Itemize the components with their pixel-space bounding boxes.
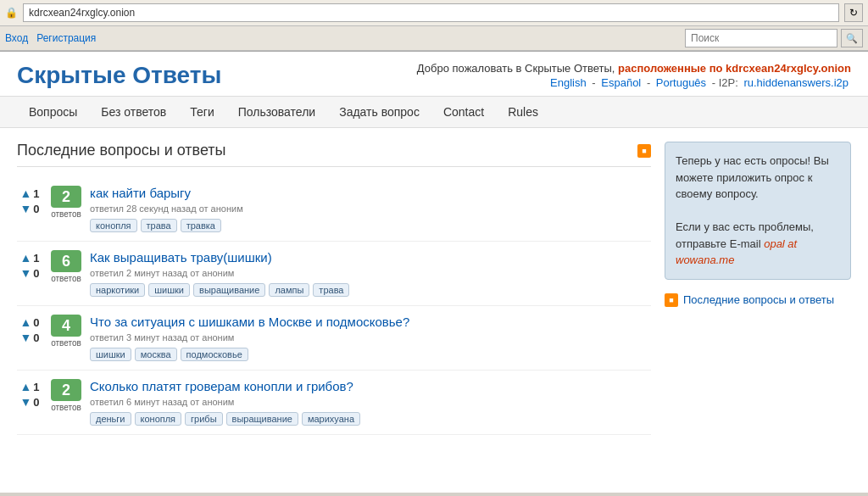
tag[interactable]: конопля xyxy=(90,219,137,232)
vote-up-count: 1 xyxy=(33,252,39,265)
question-item: ▲ 1 ▼ 0 2 ответов как найти барыгу ответ… xyxy=(17,177,651,242)
question-item: ▲ 0 ▼ 0 4 ответов Что за ситуация с шишк… xyxy=(17,306,651,371)
questions-list: ▲ 1 ▼ 0 2 ответов как найти барыгу ответ… xyxy=(17,177,651,435)
section-title: Последние вопросы и ответы ■ xyxy=(17,142,651,167)
header-right: Добро пожаловать в Скрытые Ответы, распо… xyxy=(417,62,851,89)
nav-ask[interactable]: Задать вопрос xyxy=(327,97,431,127)
question-meta: ответил 6 минут назад от аноним xyxy=(90,397,651,407)
tag[interactable]: конопля xyxy=(135,412,182,426)
sidebar-rss-label: Последние вопросы и ответы xyxy=(683,293,834,306)
vote-down-count: 0 xyxy=(33,332,39,344)
down-arrow-icon: ▼ xyxy=(19,331,31,344)
register-link[interactable]: Регистрация xyxy=(36,32,96,44)
vote-up-button[interactable]: ▲ 0 xyxy=(19,315,40,330)
nav-contact[interactable]: Contact xyxy=(431,97,496,127)
sidebar-rss-link[interactable]: ■ Последние вопросы и ответы xyxy=(665,293,851,307)
question-item: ▲ 1 ▼ 0 2 ответов Сколько платят гровера… xyxy=(17,371,651,435)
tag[interactable]: выращивание xyxy=(226,412,298,426)
main-nav: Вопросы Без ответов Теги Пользователи За… xyxy=(0,97,868,128)
vote-down-button[interactable]: ▼ 0 xyxy=(19,201,40,216)
sidebar: Теперь у нас есть опросы! Вы можете прил… xyxy=(665,142,851,435)
vote-section: ▲ 0 ▼ 0 xyxy=(17,315,42,345)
question-meta: ответил 28 секунд назад от аноним xyxy=(90,203,651,214)
tag[interactable]: наркотики xyxy=(90,283,145,297)
question-title-link[interactable]: Сколько платят гроверам конопли и грибов… xyxy=(90,379,651,393)
tag[interactable]: трава xyxy=(141,219,177,232)
answer-count-wrap: 6 ответов xyxy=(51,250,81,283)
search-input[interactable] xyxy=(685,29,837,47)
vote-up-button[interactable]: ▲ 1 xyxy=(19,250,40,265)
lock-icon: 🔒 xyxy=(5,7,18,19)
vote-down-button[interactable]: ▼ 0 xyxy=(19,394,40,410)
answer-count-wrap: 2 ответов xyxy=(51,186,81,219)
question-item: ▲ 1 ▼ 0 6 ответов Как выращивать траву(ш… xyxy=(17,242,651,306)
question-title-link[interactable]: как найти барыгу xyxy=(90,186,651,200)
down-arrow-icon: ▼ xyxy=(19,395,31,409)
search-button[interactable]: 🔍 xyxy=(841,29,863,47)
answer-label: ответов xyxy=(51,338,81,348)
nav-rules[interactable]: Rules xyxy=(496,97,550,127)
login-link[interactable]: Вход xyxy=(5,32,28,44)
question-body: Как выращивать траву(шишки) ответил 2 ми… xyxy=(90,250,651,297)
nav-tags[interactable]: Теги xyxy=(178,97,225,127)
lang-english[interactable]: English xyxy=(550,76,587,89)
vote-section: ▲ 1 ▼ 0 xyxy=(17,250,42,281)
vote-down-count: 0 xyxy=(33,396,39,409)
refresh-button[interactable]: ↻ xyxy=(844,3,863,22)
tag[interactable]: выращивание xyxy=(193,283,265,297)
tag[interactable]: лампы xyxy=(269,283,309,297)
welcome-text: Добро пожаловать в Скрытые Ответы, xyxy=(417,62,618,75)
tag[interactable]: шишки xyxy=(90,348,131,361)
tag[interactable]: шишки xyxy=(148,283,190,297)
tag[interactable]: трава xyxy=(313,283,349,297)
down-arrow-icon: ▼ xyxy=(19,266,31,280)
nav-questions[interactable]: Вопросы xyxy=(17,97,89,127)
vote-up-button[interactable]: ▲ 1 xyxy=(19,379,40,394)
rss-icon[interactable]: ■ xyxy=(637,144,651,158)
answer-count-box: 2 xyxy=(51,186,81,208)
vote-section: ▲ 1 ▼ 0 xyxy=(17,186,42,216)
tag[interactable]: травка xyxy=(181,219,221,232)
down-arrow-icon: ▼ xyxy=(19,202,31,215)
question-title-link[interactable]: Как выращивать траву(шишки) xyxy=(90,250,651,265)
answer-label: ответов xyxy=(51,274,81,283)
vote-section: ▲ 1 ▼ 0 xyxy=(17,379,42,410)
tags-list: наркотикишишкивыращиваниелампытрава xyxy=(90,283,651,297)
tag[interactable]: москва xyxy=(135,348,177,361)
vote-up-button[interactable]: ▲ 1 xyxy=(19,186,40,201)
address-bar[interactable] xyxy=(23,3,839,22)
welcome-line: Добро пожаловать в Скрытые Ответы, распо… xyxy=(417,62,851,75)
up-arrow-icon: ▲ xyxy=(19,315,31,329)
answer-count-box: 2 xyxy=(51,379,81,401)
vote-up-count: 1 xyxy=(33,381,39,393)
lang-espanol[interactable]: Español xyxy=(601,76,641,89)
vote-up-count: 0 xyxy=(33,316,39,329)
answer-label: ответов xyxy=(51,403,81,412)
welcome-domain: расположенные по kdrcxean24rxglcy.onion xyxy=(618,62,851,75)
answer-label: ответов xyxy=(51,209,81,219)
nav-users[interactable]: Пользователи xyxy=(226,97,327,127)
question-title-link[interactable]: Что за ситуация с шишками в Москве и под… xyxy=(90,315,651,329)
browser-chrome: 🔒 ↻ Вход Регистрация 🔍 xyxy=(0,0,868,52)
search-area: 🔍 xyxy=(685,29,863,47)
question-body: как найти барыгу ответил 28 секунд назад… xyxy=(90,186,651,232)
tag[interactable]: марихуана xyxy=(302,412,360,426)
sidebar-info-box: Теперь у нас есть опросы! Вы можете прил… xyxy=(665,142,851,280)
answer-count-box: 6 xyxy=(51,250,81,272)
tag[interactable]: подмосковье xyxy=(181,348,248,361)
lang-portugues[interactable]: Português xyxy=(656,76,706,89)
tag[interactable]: грибы xyxy=(185,412,222,426)
tags-list: деньгиконоплягрибывыращиваниемарихуана xyxy=(90,412,651,426)
answer-count-box: 4 xyxy=(51,315,81,337)
tag[interactable]: деньги xyxy=(90,412,131,426)
up-arrow-icon: ▲ xyxy=(19,380,31,393)
vote-down-button[interactable]: ▼ 0 xyxy=(19,265,40,281)
site-title: Скрытые Ответы xyxy=(17,62,221,89)
address-bar-row: 🔒 ↻ xyxy=(0,0,868,26)
sidebar-info-text2: Если у вас есть проблемы, отправьте E-ma… xyxy=(676,219,840,269)
tags-list: коноплятраватравка xyxy=(90,219,651,232)
i2p-link[interactable]: ru.hiddenanswers.i2p xyxy=(743,76,849,89)
nav-unanswered[interactable]: Без ответов xyxy=(89,97,178,127)
question-body: Сколько платят гроверам конопли и грибов… xyxy=(90,379,651,426)
vote-down-button[interactable]: ▼ 0 xyxy=(19,330,40,345)
